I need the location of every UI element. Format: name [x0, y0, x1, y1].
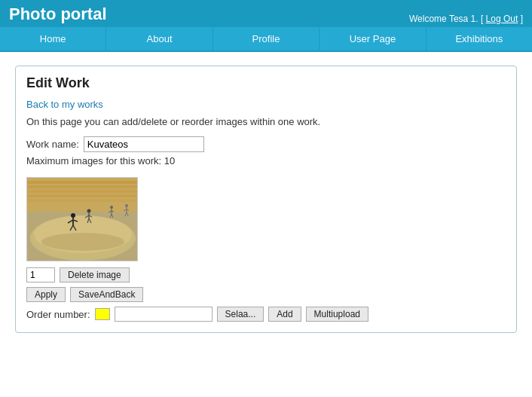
nav-user-page[interactable]: User Page: [320, 27, 426, 50]
logout-link[interactable]: Log Out: [486, 14, 518, 24]
header: Photo portal Welcome Tesa 1. [ Log Out ]: [0, 0, 532, 27]
svg-rect-3: [27, 181, 138, 184]
image-number-input[interactable]: [26, 267, 55, 282]
delete-image-button[interactable]: Delete image: [60, 267, 130, 282]
svg-point-16: [87, 209, 91, 213]
main-nav: Home About Profile User Page Exhibitions: [0, 27, 532, 52]
action-row: Apply SaveAndBack: [26, 287, 506, 302]
content-card: Edit Work Back to my works On this page …: [15, 66, 517, 333]
svg-point-9: [41, 233, 124, 251]
work-name-label: Work name:: [26, 139, 79, 150]
order-number-row: Order number: Selaa... Add Multiupload: [26, 307, 506, 322]
nav-profile[interactable]: Profile: [213, 27, 320, 50]
image-block: [26, 177, 138, 261]
nav-about[interactable]: About: [106, 27, 212, 50]
work-name-input[interactable]: [84, 136, 204, 152]
svg-point-22: [110, 206, 113, 209]
multiupload-button[interactable]: Multiupload: [306, 307, 368, 322]
svg-point-28: [125, 204, 128, 207]
order-number-input[interactable]: [115, 307, 212, 322]
svg-point-10: [71, 213, 75, 218]
svg-rect-4: [27, 185, 138, 188]
image-thumbnail: [26, 177, 138, 261]
apply-button[interactable]: Apply: [26, 287, 66, 302]
app-title: Photo portal: [9, 5, 107, 24]
svg-rect-7: [27, 199, 138, 202]
image-controls: Delete image: [26, 267, 506, 282]
max-images-info: Maximum images for this work: 10: [26, 155, 506, 166]
svg-rect-6: [27, 194, 138, 197]
welcome-text: Welcome Tesa 1. [ Log Out ]: [409, 14, 523, 24]
main-content: Edit Work Back to my works On this page …: [0, 52, 532, 344]
nav-home[interactable]: Home: [0, 27, 106, 50]
page-title: Edit Work: [26, 75, 506, 91]
order-number-label: Order number:: [26, 309, 90, 320]
save-and-back-button[interactable]: SaveAndBack: [70, 287, 143, 302]
work-name-row: Work name:: [26, 136, 506, 152]
svg-rect-5: [27, 190, 138, 193]
description: On this page you can add/delete or reord…: [26, 116, 506, 127]
nav-exhibitions[interactable]: Exhibitions: [427, 27, 532, 50]
back-link[interactable]: Back to my works: [26, 99, 103, 110]
add-button[interactable]: Add: [268, 307, 301, 322]
selaa-button[interactable]: Selaa...: [217, 307, 264, 322]
order-color-box: [95, 308, 110, 320]
